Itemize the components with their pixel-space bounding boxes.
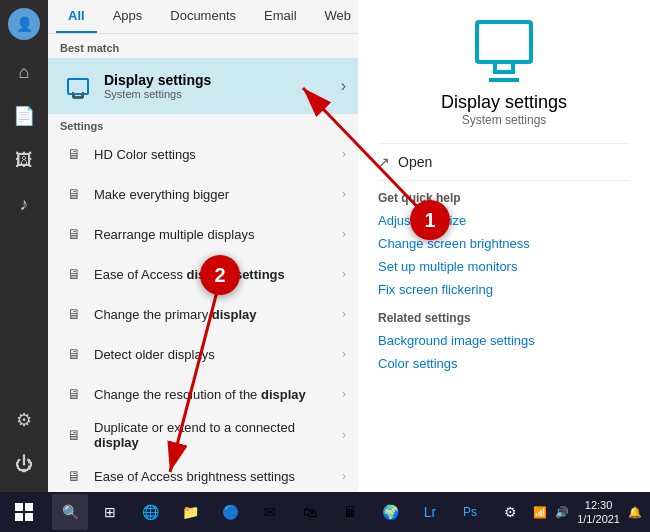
related-item[interactable]: Background image settings [378,329,630,352]
avatar[interactable]: 👤 [8,8,40,40]
taskbar-search[interactable]: 🔍 [52,494,88,530]
open-icon: ↗ [378,154,390,170]
list-item[interactable]: 🖥 Duplicate or extend to a connected dis… [48,414,358,456]
display-settings-icon [60,68,96,104]
list-item[interactable]: 🖥 Make everything bigger › [48,174,358,214]
list-arrow: › [342,267,346,281]
sidebar-settings[interactable]: ⚙ [4,400,44,440]
monitor-icon: 🖥 [60,380,88,408]
svg-rect-2 [15,513,23,521]
list-arrow: › [342,147,346,161]
tab-all[interactable]: All [56,0,97,33]
taskbar-store[interactable]: 🛍 [292,494,328,530]
right-header: Display settings System settings [378,20,630,144]
search-tabs: All Apps Documents Email Web More ▾ Feed… [48,0,358,34]
list-item-text: Duplicate or extend to a connected displ… [88,420,342,450]
taskbar-volume[interactable]: 🔊 [555,506,569,519]
list-arrow: › [342,347,346,361]
taskbar-app2[interactable]: 🌍 [372,494,408,530]
quick-item[interactable]: Fix screen flickering [378,278,630,301]
tab-documents[interactable]: Documents [158,0,248,33]
annotation-1: 1 [410,200,450,240]
monitor-icon: 🖥 [60,140,88,168]
list-arrow: › [342,187,346,201]
taskbar: 🔍 ⊞ 🌐 📁 🔵 ✉ 🛍 🖩 🌍 Lr Ps [0,492,650,532]
monitor-icon: 🖥 [60,300,88,328]
tab-web[interactable]: Web [313,0,364,33]
display-icon [475,20,533,64]
list-arrow: › [342,387,346,401]
taskbar-calculator[interactable]: 🖩 [332,494,368,530]
sidebar-pictures[interactable]: 🖼 [4,140,44,180]
taskbar-clock[interactable]: 12:30 1/1/2021 [577,498,620,527]
monitor-icon: 🖥 [60,462,88,490]
quick-item[interactable]: Set up multiple monitors [378,255,630,278]
right-panel-subtitle: System settings [462,113,547,127]
related-settings-label: Related settings [378,301,630,329]
list-item-text: Change the resolution of the display [88,387,342,402]
best-match-label: Best match [48,34,358,58]
list-arrow: › [342,428,346,442]
list-item[interactable]: 🖥 Ease of Access brightness settings › [48,456,358,496]
list-item[interactable]: 🖥 Detect older displays › [48,334,358,374]
best-match-arrow: › [341,77,346,95]
open-button[interactable]: ↗ Open [378,144,630,181]
start-button[interactable] [0,492,48,532]
svg-rect-0 [15,503,23,511]
sidebar-home[interactable]: ⌂ [4,52,44,92]
sidebar-music[interactable]: ♪ [4,184,44,224]
monitor-icon: 🖥 [60,421,88,449]
monitor-icon: 🖥 [60,220,88,248]
taskbar-task-view[interactable]: ⊞ [92,494,128,530]
best-match-text: Display settings System settings [96,72,341,100]
related-item[interactable]: Color settings [378,352,630,375]
best-match-title: Display settings [104,72,341,88]
svg-rect-3 [25,513,33,521]
right-panel-title: Display settings [441,92,567,113]
settings-section-label: Settings [48,114,358,134]
open-label: Open [398,154,432,170]
taskbar-network[interactable]: 📶 [533,506,547,519]
quick-item[interactable]: Change screen brightness [378,232,630,255]
taskbar-ps[interactable]: Ps [452,494,488,530]
right-panel: Display settings System settings ↗ Open … [358,0,650,492]
svg-rect-1 [25,503,33,511]
list-item[interactable]: 🖥 Change the primary display › [48,294,358,334]
sidebar-power[interactable]: ⏻ [4,444,44,484]
taskbar-chrome[interactable]: 🔵 [212,494,248,530]
list-arrow: › [342,227,346,241]
taskbar-right: 📶 🔊 12:30 1/1/2021 🔔 [533,498,650,527]
taskbar-icons: 🔍 ⊞ 🌐 📁 🔵 ✉ 🛍 🖩 🌍 Lr Ps [48,494,528,530]
list-arrow: › [342,307,346,321]
monitor-icon: 🖥 [60,180,88,208]
taskbar-edge[interactable]: 🌐 [132,494,168,530]
best-match-item[interactable]: Display settings System settings › [48,58,358,114]
monitor-icon: 🖥 [60,340,88,368]
list-item-text: Make everything bigger [88,187,342,202]
taskbar-lightroom[interactable]: Lr [412,494,448,530]
tab-email[interactable]: Email [252,0,309,33]
list-item[interactable]: 🖥 HD Color settings › [48,134,358,174]
taskbar-settings[interactable]: ⚙ [492,494,528,530]
list-item-text: Rearrange multiple displays [88,227,342,242]
list-item-text: HD Color settings [88,147,342,162]
list-item-text: Change the primary display [88,307,342,322]
taskbar-mail[interactable]: ✉ [252,494,288,530]
tab-apps[interactable]: Apps [101,0,155,33]
sidebar: 👤 ⌂ 📄 🖼 ♪ ⚙ ⏻ [0,0,48,492]
list-item-text: Detect older displays [88,347,342,362]
search-panel: All Apps Documents Email Web More ▾ Feed… [48,0,358,492]
sidebar-documents[interactable]: 📄 [4,96,44,136]
notification-icon[interactable]: 🔔 [628,506,642,519]
best-match-subtitle: System settings [104,88,341,100]
list-item[interactable]: 🖥 Change the resolution of the display › [48,374,358,414]
list-item[interactable]: 🖥 Rearrange multiple displays › [48,214,358,254]
taskbar-file-explorer[interactable]: 📁 [172,494,208,530]
annotation-2: 2 [200,255,240,295]
list-item-text: Ease of Access brightness settings [88,469,342,484]
monitor-icon: 🖥 [60,260,88,288]
list-arrow: › [342,469,346,483]
